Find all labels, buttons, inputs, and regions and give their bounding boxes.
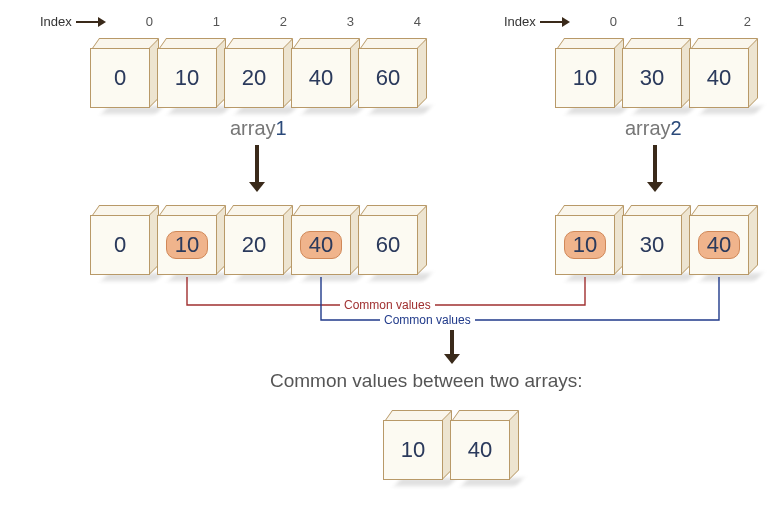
cube: 60 [358,215,418,275]
array2-index-row: Index 0 1 2 [504,14,769,29]
array-number: 1 [276,117,287,139]
array2-label: array2 [625,117,682,140]
cube-value: 60 [376,232,400,258]
index-number: 0 [580,14,647,29]
array2-indices: 0 1 2 [580,14,769,29]
cube-value-highlight: 10 [564,231,606,259]
cube-value: 10 [573,65,597,91]
common-values-diagram: Index 0 1 2 3 4 Index 0 1 2 0 10 20 40 6… [10,10,760,500]
array1-index-row: Index 0 1 2 3 4 [40,14,451,29]
cube: 30 [622,215,682,275]
cube: 20 [224,48,284,108]
index-number: 2 [250,14,317,29]
cube: 10 [157,215,217,275]
cube-value: 0 [114,65,126,91]
index-number: 3 [317,14,384,29]
arrow-right-icon [540,18,570,26]
array-number: 2 [671,117,682,139]
cube-value: 10 [401,437,425,463]
array2-cubes-highlighted: 10 30 40 [555,215,749,275]
index-number: 0 [116,14,183,29]
cube-value: 40 [468,437,492,463]
cube: 40 [291,48,351,108]
array-name: array [625,117,671,139]
index-number: 1 [183,14,250,29]
common-values-label-1: Common values [340,298,435,312]
cube: 10 [555,48,615,108]
cube: 40 [689,48,749,108]
arrow-down-icon [653,145,657,183]
cube-value-highlight: 40 [698,231,740,259]
arrow-right-icon [76,18,106,26]
cube-value-highlight: 40 [300,231,342,259]
cube-value: 30 [640,232,664,258]
cube-value: 40 [707,65,731,91]
array1-cubes-highlighted: 0 10 20 40 60 [90,215,418,275]
cube: 0 [90,215,150,275]
cube-value: 30 [640,65,664,91]
cube-value: 40 [309,65,333,91]
array1-indices: 0 1 2 3 4 [116,14,451,29]
index-number: 1 [647,14,714,29]
index-label-1: Index [40,14,72,29]
cube-value: 20 [242,232,266,258]
cube: 0 [90,48,150,108]
array1-cubes-top: 0 10 20 40 60 [90,48,418,108]
index-number: 4 [384,14,451,29]
cube: 10 [157,48,217,108]
result-cubes: 10 40 [383,420,510,480]
index-number: 2 [714,14,769,29]
array-name: array [230,117,276,139]
cube-value: 20 [242,65,266,91]
cube: 60 [358,48,418,108]
arrow-down-icon [450,330,454,355]
cube: 30 [622,48,682,108]
cube-value: 10 [175,65,199,91]
array2-cubes-top: 10 30 40 [555,48,749,108]
cube: 20 [224,215,284,275]
cube: 10 [383,420,443,480]
cube: 40 [689,215,749,275]
result-title: Common values between two arrays: [270,370,583,392]
cube-value-highlight: 10 [166,231,208,259]
cube: 40 [450,420,510,480]
arrow-down-icon [255,145,259,183]
cube-value: 0 [114,232,126,258]
common-values-label-2: Common values [380,313,475,327]
index-label-2: Index [504,14,536,29]
array1-label: array1 [230,117,287,140]
cube-value: 60 [376,65,400,91]
cube: 10 [555,215,615,275]
cube: 40 [291,215,351,275]
